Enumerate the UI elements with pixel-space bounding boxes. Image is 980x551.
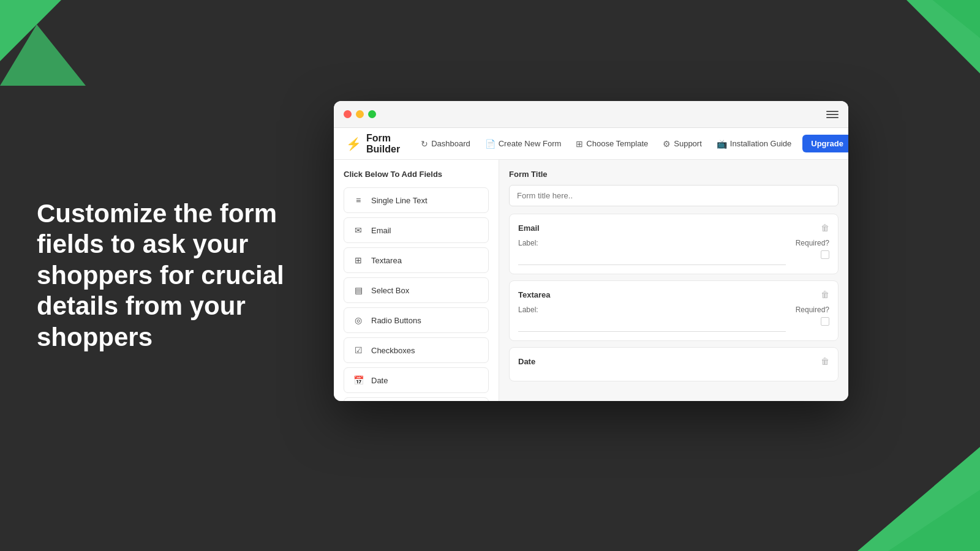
nav-items: ↻ Dashboard 📄 Create New Form ⊞ Choose T… [415,135,848,152]
field-label-textarea: Textarea [371,256,402,265]
email-required-text: Required? [796,239,829,247]
nav-item-create-label: Create New Form [499,139,562,148]
title-bar [334,101,848,128]
textarea-required-section: Required? [796,305,829,326]
email-field-name: Email [518,223,540,233]
form-title-label: Form Title [509,170,839,179]
nav-item-choose-template[interactable]: ⊞ Choose Template [570,135,654,152]
textarea-field-card: Textarea 🗑 Label: Required? [509,280,839,341]
bg-triangle-top-left [0,0,86,86]
textarea-required-text: Required? [796,305,829,314]
email-field-header: Email 🗑 [518,223,829,233]
field-item-file-upload[interactable]: ☁ File Upload [344,397,489,401]
svg-marker-3 [925,0,980,43]
app-window: ⚡ Form Builder ↻ Dashboard 📄 Create New … [334,101,848,401]
field-item-date[interactable]: 📅 Date [344,367,489,393]
textarea-field-header: Textarea 🗑 [518,290,829,299]
close-button[interactable] [344,110,352,118]
upgrade-button[interactable]: Upgrade [802,135,848,152]
email-icon: ✉ [352,223,365,237]
left-panel: Click Below To Add Fields ≡ Single Line … [334,160,499,401]
logo-icon: ⚡ [346,137,361,151]
main-content: Click Below To Add Fields ≡ Single Line … [334,160,848,401]
menu-line [826,117,839,118]
checkboxes-icon: ☑ [352,343,365,357]
field-item-radio-buttons[interactable]: ◎ Radio Buttons [344,307,489,333]
select-box-icon: ▤ [352,283,365,297]
email-required-section: Required? [796,239,829,259]
svg-marker-5 [888,490,980,551]
email-label-input[interactable] [518,250,786,265]
email-delete-icon[interactable]: 🗑 [821,223,829,233]
field-label-email: Email [371,226,391,235]
date-field-header: Date 🗑 [518,356,829,366]
email-field-row: Label: Required? [518,239,829,265]
email-label-section: Label: [518,239,786,265]
date-field-name: Date [518,357,535,366]
radio-buttons-icon: ◎ [352,313,365,327]
form-title-input[interactable] [509,185,839,206]
svg-marker-2 [900,0,980,80]
svg-marker-1 [0,24,86,86]
nav-bar: ⚡ Form Builder ↻ Dashboard 📄 Create New … [334,128,848,160]
field-item-email[interactable]: ✉ Email [344,217,489,243]
textarea-delete-icon[interactable]: 🗑 [821,290,829,299]
date-field-card: Date 🗑 [509,347,839,381]
field-label-radio-buttons: Radio Buttons [371,316,421,325]
email-required-checkbox[interactable] [821,250,829,259]
textarea-field-row: Label: Required? [518,305,829,332]
menu-line [826,111,839,112]
nav-item-dashboard[interactable]: ↻ Dashboard [415,135,477,152]
field-label-select-box: Select Box [371,286,409,295]
date-icon: 📅 [352,373,365,387]
dashboard-icon: ↻ [421,139,428,149]
window-buttons [344,110,376,118]
right-panel: Form Title Email 🗑 Label: Required? [499,160,848,401]
field-item-checkboxes[interactable]: ☑ Checkboxes [344,337,489,363]
field-item-textarea[interactable]: ⊞ Textarea [344,247,489,273]
support-icon: ⚙ [663,139,671,149]
field-item-select-box[interactable]: ▤ Select Box [344,277,489,303]
app-logo: ⚡ Form Builder [346,133,400,155]
nav-item-support-label: Support [674,139,702,148]
panel-title: Click Below To Add Fields [344,170,489,179]
textarea-label-section: Label: [518,305,786,332]
bg-triangle-top-right [864,0,980,116]
textarea-required-checkbox[interactable] [821,317,829,326]
date-delete-icon[interactable]: 🗑 [821,356,829,366]
bg-triangle-bottom-right [796,398,980,551]
maximize-button[interactable] [368,110,376,118]
menu-line [826,114,839,115]
field-label-date: Date [371,376,388,385]
installation-icon: 📺 [717,139,727,149]
single-line-text-icon: ≡ [352,193,365,207]
field-label-checkboxes: Checkboxes [371,346,415,355]
svg-marker-0 [0,0,74,73]
textarea-label-text: Label: [518,305,786,314]
textarea-field-name: Textarea [518,290,551,299]
nav-item-create-new-form[interactable]: 📄 Create New Form [479,135,568,152]
minimize-button[interactable] [356,110,364,118]
app-title: Form Builder [366,133,400,155]
nav-item-template-label: Choose Template [586,139,648,148]
hamburger-menu[interactable] [826,111,839,118]
hero-section: Customize the form fields to ask your sh… [37,198,294,353]
template-icon: ⊞ [576,139,583,149]
nav-item-installation-label: Installation Guide [730,139,791,148]
textarea-icon: ⊞ [352,253,365,267]
email-label-text: Label: [518,239,786,247]
nav-item-dashboard-label: Dashboard [431,139,470,148]
create-form-icon: 📄 [485,139,496,149]
nav-item-support[interactable]: ⚙ Support [657,135,708,152]
hero-text: Customize the form fields to ask your sh… [37,198,294,353]
nav-item-installation[interactable]: 📺 Installation Guide [710,135,797,152]
svg-marker-4 [858,447,980,551]
textarea-label-input[interactable] [518,317,786,332]
email-field-card: Email 🗑 Label: Required? [509,214,839,274]
field-item-single-line-text[interactable]: ≡ Single Line Text [344,187,489,213]
field-label-single-line-text: Single Line Text [371,196,428,205]
